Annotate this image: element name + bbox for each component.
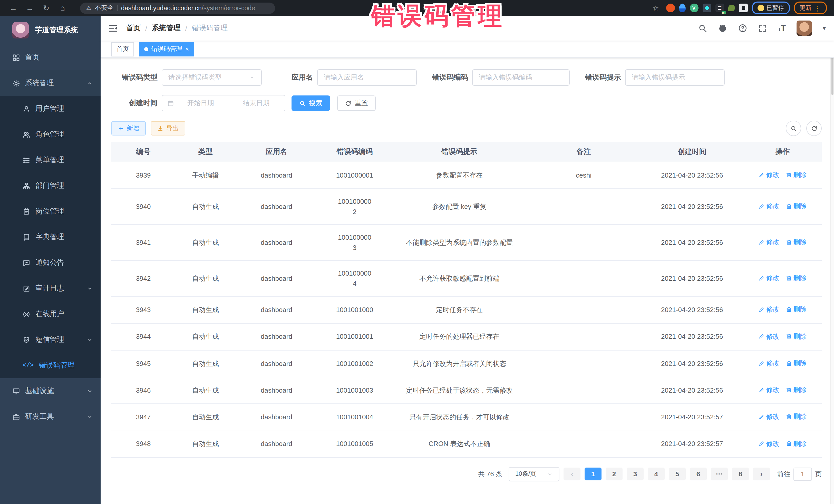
breadcrumb-home[interactable]: 首页 [126,24,140,33]
delete-link[interactable]: 删除 [786,305,807,314]
sidebar-item-sms[interactable]: 短信管理 [0,327,101,353]
page-button-8[interactable]: 8 [732,468,749,481]
font-size-icon[interactable]: тT [778,24,786,33]
app-name-input[interactable]: 请输入应用名 [317,69,417,86]
edit-link[interactable]: 修改 [759,170,780,180]
edit-link[interactable]: 修改 [759,273,780,283]
delete-link[interactable]: 删除 [786,273,807,283]
puzzle-extension-icon[interactable] [739,4,748,12]
sidebar-item-dict[interactable]: 字典管理 [0,224,101,250]
sidebar-item-users[interactable]: 用户管理 [0,96,101,122]
table-row: 3946自动生成dashboard1001001003定时任务已经处于该状态，无… [111,377,822,404]
browser-back-icon[interactable]: ← [7,4,20,12]
page-button-1[interactable]: 1 [585,468,601,481]
edit-link[interactable]: 修改 [759,358,780,368]
sidebar-item-menus[interactable]: 菜单管理 [0,147,101,173]
fullscreen-icon[interactable] [758,24,767,33]
search-button[interactable]: 搜索 [291,95,330,111]
browser-home-icon[interactable]: ⌂ [57,4,69,12]
goto-page-input[interactable] [793,467,812,481]
screen: ← → ↻ ⌂ ⚠ 不安全 dashboard.yudao.iocoder.cn… [0,0,834,504]
sidebar-item-notice[interactable]: 通知公告 [0,250,101,276]
shield-check-icon [23,336,30,344]
sidebar-nav: 首页 系统管理 用户管理 角色管理 菜单管理 [0,45,101,504]
tampermonkey-on-extension-icon[interactable]: ☰on [715,4,724,12]
delete-link[interactable]: 删除 [786,412,807,422]
sidebar-item-infrastructure[interactable]: 基础设施 [0,378,101,404]
tab-error-code[interactable]: 错误码管理 × [139,42,194,56]
delete-link[interactable]: 删除 [786,237,807,247]
edit-link[interactable]: 修改 [759,385,780,395]
edit-link[interactable]: 修改 [759,439,780,448]
page-size-select[interactable]: 10条/页 [509,467,559,481]
page-button-3[interactable]: 3 [627,468,643,481]
vue-devtools-extension-icon[interactable]: V [689,4,698,12]
col-actions: 操作 [743,142,822,162]
sidebar-item-roles[interactable]: 角色管理 [0,122,101,147]
add-button[interactable]: 新增 [111,121,146,135]
browser-reload-icon[interactable]: ↻ [40,3,52,13]
edit-link[interactable]: 修改 [759,201,780,211]
announcement-icon [23,259,30,267]
key-extension-icon[interactable] [728,5,735,11]
scrollbar[interactable] [830,16,834,504]
url-text[interactable]: dashboard.yudao.iocoder.cn/system/error-… [121,4,255,12]
delete-link[interactable]: 删除 [786,385,807,395]
pencil-icon [759,414,765,420]
sidebar-item-audit-log[interactable]: 审计日志 [0,276,101,301]
toolbox-icon [12,413,20,421]
help-icon[interactable] [738,24,747,33]
sidebar-item-departments[interactable]: 部门管理 [0,173,101,199]
error-code-input[interactable]: 请输入错误码编码 [472,69,570,86]
breadcrumb-system[interactable]: 系统管理 [152,24,181,33]
bookmark-star-icon[interactable]: ☆ [650,4,662,12]
prev-page-button[interactable]: ‹ [564,468,580,481]
profile-paused-badge[interactable]: 已暂停 [752,2,790,14]
edit-link[interactable]: 修改 [759,412,780,422]
user-menu-caret-icon[interactable]: ▾ [823,25,826,32]
delete-link[interactable]: 删除 [786,170,807,180]
edit-link[interactable]: 修改 [759,237,780,247]
browser-menu-icon[interactable]: ⋮ [814,4,821,12]
edit-link[interactable]: 修改 [759,305,780,314]
browser-forward-icon[interactable]: → [24,4,36,12]
sidebar-item-error-code[interactable]: </> 错误码管理 [0,353,101,378]
refresh-table-button[interactable] [806,120,822,136]
delete-link[interactable]: 删除 [786,358,807,368]
address-bar[interactable]: ⚠ 不安全 dashboard.yudao.iocoder.cn/system/… [80,2,275,14]
tab-close-icon[interactable]: × [185,46,189,52]
page-button-6[interactable]: 6 [690,468,707,481]
edit-link[interactable]: 修改 [759,331,780,341]
pin-extension-icon[interactable] [679,4,685,12]
error-hint-input[interactable]: 请输入错误码提示 [625,69,725,86]
app-logo-row[interactable]: 芋道管理系统 [0,16,101,45]
delete-link[interactable]: 删除 [786,439,807,448]
reset-button[interactable]: 重置 [337,95,376,111]
page-button-4[interactable]: 4 [648,468,665,481]
browser-update-button[interactable]: 更新 ⋮ [794,2,827,14]
date-range-picker[interactable]: 开始日期 - 结束日期 [162,95,285,111]
sidebar-item-system[interactable]: 系统管理 [0,70,101,96]
toggle-search-button[interactable] [786,120,801,136]
github-icon[interactable] [718,24,727,33]
page-button-2[interactable]: 2 [606,468,622,481]
sidebar-item-online-users[interactable]: 在线用户 [0,301,101,327]
ubuntu-extension-icon[interactable] [666,4,675,12]
delete-link[interactable]: 删除 [786,201,807,211]
grid-extension-icon[interactable] [702,4,711,12]
page-ellipsis[interactable]: ··· [711,468,728,481]
export-button[interactable]: 导出 [151,121,185,135]
header-search-icon[interactable] [698,24,707,33]
col-id: 编号 [111,142,175,162]
user-avatar[interactable] [796,21,812,36]
hamburger-icon[interactable] [108,23,118,34]
next-page-button[interactable]: › [753,468,770,481]
sidebar-item-posts[interactable]: 岗位管理 [0,199,101,224]
delete-link[interactable]: 删除 [786,331,807,341]
sidebar-item-dev-tools[interactable]: 研发工具 [0,404,101,430]
not-secure-label[interactable]: 不安全 [95,4,113,12]
page-button-5[interactable]: 5 [669,468,686,481]
error-type-select[interactable]: 请选择错误码类型 [162,69,262,86]
sidebar-item-home[interactable]: 首页 [0,45,101,70]
tab-home[interactable]: 首页 [111,42,134,56]
